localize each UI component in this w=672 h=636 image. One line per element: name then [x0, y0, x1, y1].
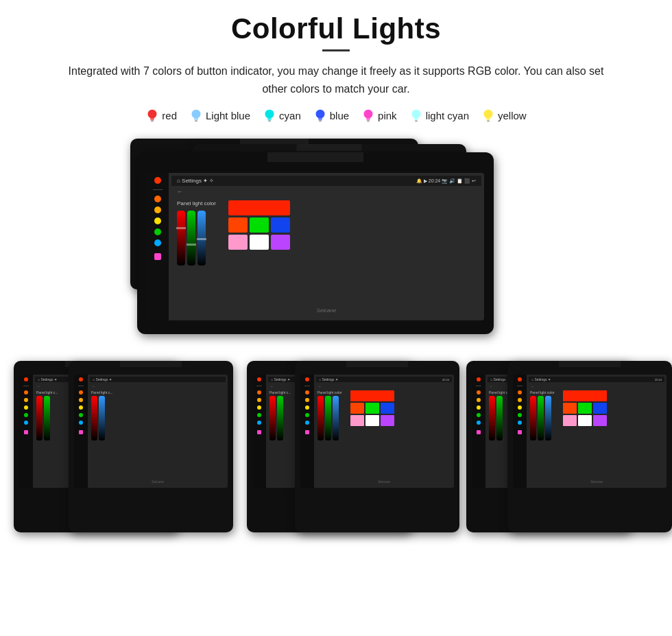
color-label-cyan: cyan	[279, 110, 301, 121]
small-panel-label-2: Panel light c...	[91, 390, 112, 394]
bottom-device-2: ⌂ Settings ✦ ← Panel light c... Seicane	[69, 361, 233, 532]
svg-point-6	[265, 110, 274, 119]
svg-rect-5	[195, 121, 197, 122]
color-indicators-row: red Light blue cyan blue	[0, 107, 672, 123]
lightblue-bulb-icon	[189, 107, 203, 123]
small-panel-label-3: Panel light c...	[269, 390, 291, 394]
color-label-pink: pink	[378, 110, 397, 121]
svg-rect-2	[151, 121, 154, 122]
color-item-pink: pink	[361, 107, 397, 123]
top-devices-section: ⌂ Settings ✦ ← ← ⌂ Settings ✦	[0, 139, 672, 344]
color-label-blue: blue	[330, 110, 349, 121]
small-panel-label-6: Panel light color	[530, 390, 555, 394]
svg-point-18	[484, 110, 493, 119]
blue-bulb-icon	[313, 107, 327, 123]
svg-rect-13	[366, 118, 370, 121]
panel-label: Panel light color	[177, 200, 216, 207]
small-panel-label-1: Panel light c...	[36, 390, 58, 394]
svg-point-15	[411, 110, 420, 119]
svg-rect-20	[487, 121, 490, 122]
color-item-red: red	[145, 107, 177, 123]
svg-rect-4	[194, 118, 198, 121]
svg-rect-7	[267, 118, 272, 121]
svg-point-3	[192, 110, 201, 119]
page-title: Colorful Lights	[0, 0, 672, 49]
color-label-yellow: yellow	[498, 110, 527, 121]
small-panel-label-4: Panel light color	[317, 390, 342, 394]
svg-rect-19	[486, 118, 490, 121]
svg-rect-8	[268, 121, 271, 122]
svg-rect-11	[319, 121, 322, 122]
device-front: ⌂ Settings ✦ ✧ 🔔 ▶ 20:24 📷 🔊 📋 ⬛ ↩ ← Pan…	[137, 152, 494, 334]
red-bulb-icon	[145, 107, 159, 123]
svg-rect-10	[318, 118, 322, 121]
svg-rect-1	[151, 118, 155, 121]
pink-bulb-icon	[361, 107, 375, 123]
svg-point-0	[148, 110, 157, 119]
lightcyan-bulb-icon	[409, 107, 423, 123]
color-item-cyan: cyan	[263, 107, 301, 123]
svg-point-12	[364, 110, 373, 119]
yellow-bulb-icon	[481, 107, 495, 123]
watermark: Seicane	[317, 307, 337, 314]
color-item-lightcyan: light cyan	[409, 107, 469, 123]
svg-rect-17	[415, 121, 418, 122]
color-item-blue: blue	[313, 107, 349, 123]
color-item-yellow: yellow	[481, 107, 527, 123]
cyan-bulb-icon	[263, 107, 276, 123]
bottom-device-4: ⌂ Settings ✦ 20:24 ← Panel light color	[295, 361, 459, 532]
bottom-device-6: ⌂ Settings ✦ 20:24 ← Panel light color	[507, 361, 672, 532]
svg-point-9	[315, 110, 324, 119]
bottom-devices-section: ⌂ Settings ✦ ← Panel light c... Seicane	[0, 354, 672, 560]
svg-rect-16	[414, 118, 418, 121]
color-item-lightblue: Light blue	[189, 107, 250, 123]
color-label-lightcyan: light cyan	[426, 110, 469, 121]
color-label-red: red	[162, 110, 177, 121]
description-text: Integrated with 7 colors of button indic…	[41, 62, 631, 97]
svg-rect-14	[367, 121, 370, 122]
color-label-lightblue: Light blue	[206, 110, 250, 121]
title-divider	[322, 49, 350, 51]
